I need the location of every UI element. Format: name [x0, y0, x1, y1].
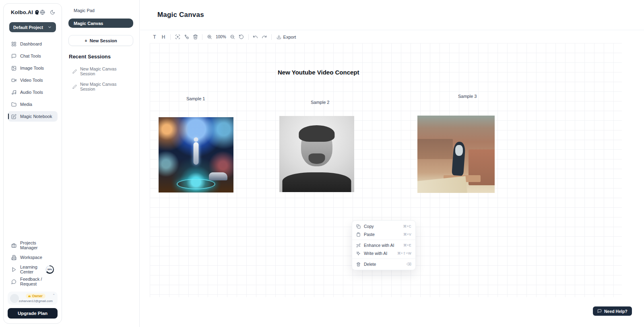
account-chevron-icon: ⌃ [52, 294, 55, 297]
heading-tool-button[interactable]: H [159, 33, 168, 41]
path-shape [417, 176, 468, 193]
sample-2-label[interactable]: Sample 2 [311, 100, 329, 105]
trash-icon [193, 34, 198, 39]
flow-node-button[interactable] [182, 33, 191, 41]
toolbar-divider [271, 34, 272, 40]
brand-name: Kolbo.AI [11, 9, 33, 15]
sidebar-item-label: Chat Tools [20, 54, 41, 58]
chevron-down-icon [47, 25, 52, 29]
sample-1-image[interactable] [159, 117, 233, 192]
ai-select-button[interactable] [173, 33, 182, 41]
globe-icon[interactable] [40, 10, 45, 15]
context-menu-label: Write with AI [364, 251, 387, 256]
audio-icon [11, 90, 17, 95]
crown-icon [28, 294, 31, 298]
sidebar-item-feedback[interactable]: Feedback / Request [8, 276, 58, 287]
sidebar-item-label: Image Tools [20, 66, 44, 70]
session-panel: Magic Pad Magic Canvas + New Session Rec… [62, 0, 140, 327]
sidebar-item-audio-tools[interactable]: Audio Tools [8, 87, 58, 97]
sidebar-item-label: Magic Notebook [20, 114, 52, 119]
account-info: Owner zoharvan12@gmail.com [21, 294, 50, 303]
sidebar-item-label: Dashboard [20, 41, 42, 46]
recent-session-item[interactable]: New Magic Canvas Session [68, 79, 133, 94]
upgrade-plan-button[interactable]: Upgrade Plan [8, 308, 58, 319]
need-help-label: Need Help? [604, 309, 627, 314]
copy-icon [356, 224, 361, 229]
sidebar-nav: Dashboard Chat Tools Image Tools Video T… [8, 39, 58, 122]
panel-item-magic-canvas[interactable]: Magic Canvas [68, 19, 133, 28]
sidebar-item-label: Video Tools [20, 78, 43, 83]
export-label: Export [283, 35, 296, 39]
main-header: Magic Canvas [140, 0, 644, 30]
zoom-in-button[interactable] [205, 33, 214, 41]
download-icon [277, 35, 281, 39]
flow-node-icon [184, 34, 189, 39]
context-menu-copy[interactable]: Copy ⌘+C [352, 222, 415, 230]
context-menu: Copy ⌘+C Paste ⌘+V Enhance with AI ⌘+E W… [352, 220, 416, 270]
sample-1-label[interactable]: Sample 1 [186, 96, 205, 101]
redo-button[interactable] [260, 33, 269, 41]
portrait-shirt-shape [282, 172, 351, 192]
moon-icon[interactable] [50, 10, 55, 15]
context-menu-write-with-ai[interactable]: Write with AI ⌘+⇧+W [352, 249, 415, 257]
export-button[interactable]: Export [274, 35, 299, 39]
shortcut-hint: ⌘+V [403, 232, 411, 236]
canvas-heading[interactable]: New Youtube Video Concept [278, 69, 359, 76]
project-selector[interactable]: Default Project [9, 22, 56, 32]
image-icon [11, 66, 17, 71]
sidebar-item-workspace[interactable]: Workspace [8, 252, 58, 263]
sidebar-spacer [8, 122, 58, 238]
delete-tool-button[interactable] [191, 33, 200, 41]
brand-logo[interactable]: Kolbo.AI [11, 9, 39, 15]
sidebar-item-label: Learning Center [20, 265, 41, 274]
rotate-ccw-icon [239, 34, 244, 39]
sample-3-label[interactable]: Sample 3 [458, 94, 477, 99]
sidebar-item-media[interactable]: Media [8, 99, 58, 110]
play-icon [11, 267, 17, 272]
zoom-out-icon [230, 34, 235, 39]
sidebar-item-label: Audio Tools [20, 90, 43, 95]
context-menu-delete[interactable]: Delete ⌫ [352, 260, 415, 268]
panel-item-magic-pad[interactable]: Magic Pad [68, 6, 133, 15]
glow-ring-shape [177, 179, 215, 189]
recent-session-label: New Magic Canvas Session [80, 66, 129, 76]
sidebar-item-video-tools[interactable]: Video Tools [8, 75, 58, 85]
undo-button[interactable] [251, 33, 260, 41]
sidebar-item-learning-center[interactable]: Learning Center 66% [8, 264, 58, 275]
sidebar-item-magic-notebook[interactable]: Magic Notebook [8, 111, 58, 122]
canvas-toolbar: T H 100% Export [140, 31, 644, 43]
shortcut-hint: ⌫ [407, 262, 411, 266]
sidebar-item-image-tools[interactable]: Image Tools [8, 63, 58, 73]
account-card[interactable]: Owner zoharvan12@gmail.com ⌃ [8, 292, 58, 305]
sample-2-image[interactable] [279, 116, 354, 192]
shortcut-hint: ⌘+C [403, 224, 411, 228]
sparkles-icon [356, 251, 361, 256]
undo-icon [253, 34, 258, 39]
avatar [10, 294, 19, 303]
sidebar-footer-nav: Projects Manager Workspace Learning Cent… [8, 240, 58, 287]
help-chat-icon [597, 309, 602, 313]
new-session-button[interactable]: + New Session [68, 35, 133, 46]
sidebar-item-label: Projects Manager [20, 240, 54, 250]
sidebar-item-label: Feedback / Request [20, 277, 54, 286]
building-icon [11, 255, 17, 260]
context-menu-divider [352, 259, 415, 259]
heading-tool-glyph: H [162, 34, 165, 40]
zoom-level: 100% [214, 35, 228, 39]
recent-session-item[interactable]: New Magic Canvas Session [68, 64, 133, 79]
need-help-button[interactable]: Need Help? [593, 306, 632, 316]
context-menu-paste[interactable]: Paste ⌘+V [352, 230, 415, 238]
text-tool-glyph: T [153, 34, 156, 40]
context-menu-enhance-with-ai[interactable]: Enhance with AI ⌘+E [352, 241, 415, 249]
ai-head-icon [34, 10, 39, 15]
zoom-out-button[interactable] [228, 33, 237, 41]
sample-3-image[interactable] [417, 116, 495, 193]
shortcut-hint: ⌘+E [403, 243, 411, 247]
sidebar-item-projects-manager[interactable]: Projects Manager [8, 240, 58, 250]
magic-wand-icon [356, 243, 361, 248]
feedback-icon [11, 279, 17, 284]
reset-view-button[interactable] [237, 33, 246, 41]
text-tool-button[interactable]: T [150, 33, 159, 41]
sidebar-item-chat-tools[interactable]: Chat Tools [8, 51, 58, 61]
sidebar-item-dashboard[interactable]: Dashboard [8, 39, 58, 49]
